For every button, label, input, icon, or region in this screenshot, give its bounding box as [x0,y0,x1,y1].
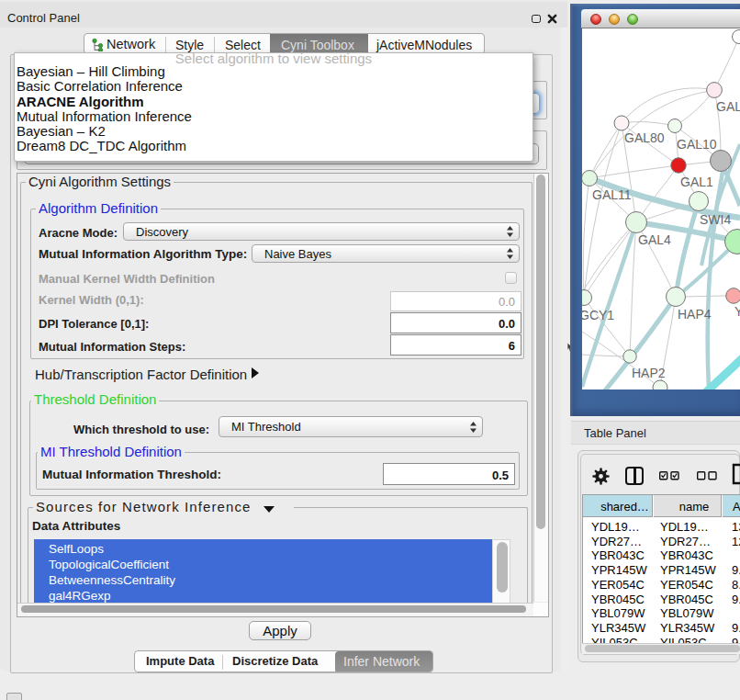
svg-text:GAL11: GAL11 [592,187,632,202]
svg-text:Y: Y [734,304,740,319]
svg-text:SWI4: SWI4 [700,212,731,227]
svg-text:GCY1: GCY1 [582,308,614,322]
svg-text:GAL4: GAL4 [638,232,671,247]
svg-text:HAP4: HAP4 [678,307,712,322]
svg-text:GAL7: GAL7 [716,99,740,114]
svg-text:HAP2: HAP2 [632,366,666,380]
svg-text:GAL10: GAL10 [677,137,717,152]
svg-text:GAL80: GAL80 [624,130,665,145]
svg-text:GAL1: GAL1 [680,175,713,189]
